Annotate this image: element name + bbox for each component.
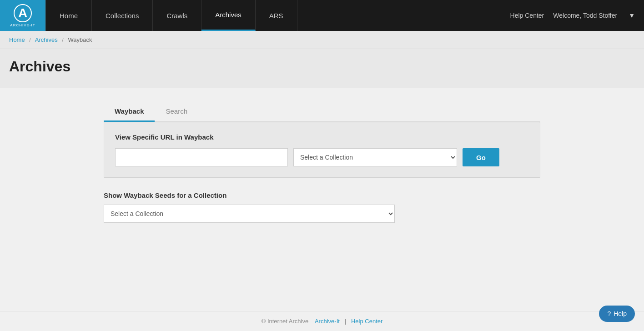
breadcrumb-sep-1: / — [29, 36, 31, 43]
wayback-panel: View Specific URL in Wayback Select a Co… — [104, 122, 540, 178]
nav-item-collections[interactable]: Collections — [92, 0, 153, 31]
url-input[interactable] — [115, 148, 288, 166]
nav-items: Home Collections Crawls Archives ARS — [45, 0, 510, 31]
breadcrumb-archives[interactable]: Archives — [35, 36, 58, 43]
seeds-section: Show Wayback Seeds for a Collection Sele… — [104, 191, 540, 223]
nav-item-ars[interactable]: ARS — [256, 0, 297, 31]
help-label: Help — [614, 310, 627, 317]
help-icon: ? — [607, 310, 611, 317]
seeds-title: Show Wayback Seeds for a Collection — [104, 191, 540, 199]
logo-text: ARCHIVE-IT — [10, 23, 35, 27]
nav-right: Help Center Welcome, Todd Stoffer ▼ — [510, 12, 644, 19]
tabs: Wayback Search — [104, 102, 540, 122]
welcome-text: Welcome, Todd Stoffer — [553, 12, 617, 19]
nav-item-crawls[interactable]: Crawls — [153, 0, 201, 31]
breadcrumb-current: Wayback — [68, 36, 92, 43]
logo-icon: A — [14, 4, 32, 22]
footer-help-center[interactable]: Help Center — [351, 318, 382, 325]
panel-title: View Specific URL in Wayback — [115, 133, 529, 141]
help-button[interactable]: ? Help — [599, 306, 635, 322]
go-button[interactable]: Go — [463, 148, 499, 166]
breadcrumb-sep-2: / — [62, 36, 64, 43]
footer: © Internet Archive Archive-It | Help Cen… — [0, 311, 644, 331]
footer-copyright: © Internet Archive — [262, 318, 309, 325]
main-content: Wayback Search View Specific URL in Wayb… — [95, 88, 549, 236]
tab-search[interactable]: Search — [155, 102, 198, 122]
logo[interactable]: A ARCHIVE-IT — [0, 0, 45, 31]
breadcrumb-home[interactable]: Home — [9, 36, 25, 43]
page-title: Archives — [9, 58, 635, 75]
wayback-collection-select[interactable]: Select a Collection — [293, 148, 457, 166]
footer-sep: | — [345, 318, 346, 325]
user-dropdown-arrow[interactable]: ▼ — [629, 12, 635, 19]
seeds-collection-select[interactable]: Select a Collection — [104, 205, 395, 223]
navbar: A ARCHIVE-IT Home Collections Crawls Arc… — [0, 0, 644, 31]
footer-archive-it[interactable]: Archive-It — [315, 318, 340, 325]
help-center-link[interactable]: Help Center — [510, 12, 544, 19]
wayback-row: Select a Collection Go — [115, 148, 529, 166]
page-header: Archives — [0, 49, 644, 88]
breadcrumb: Home / Archives / Wayback — [0, 31, 644, 49]
nav-item-home[interactable]: Home — [45, 0, 92, 31]
tab-wayback[interactable]: Wayback — [104, 102, 155, 122]
nav-item-archives[interactable]: Archives — [201, 0, 256, 31]
